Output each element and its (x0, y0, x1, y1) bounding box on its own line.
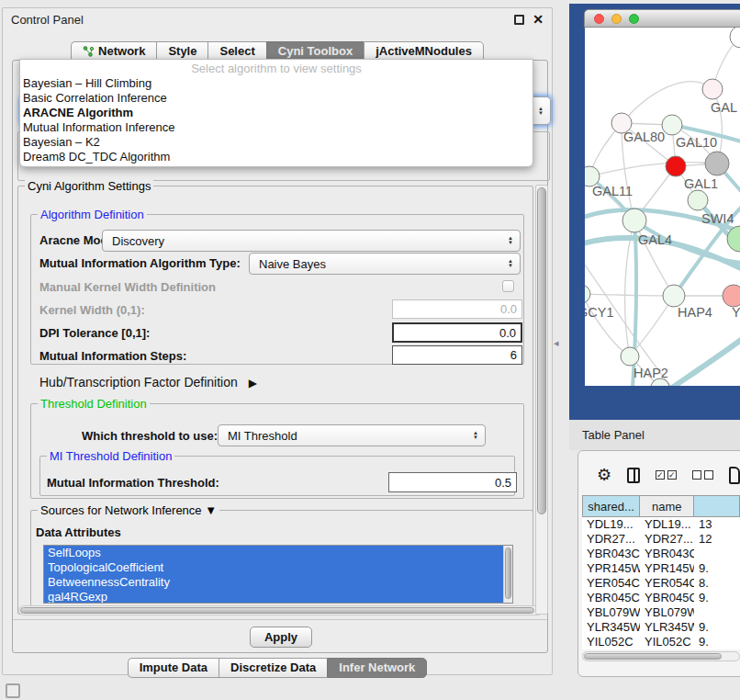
node-label-gcy1: GCY1 (585, 305, 614, 320)
float-window-icon[interactable] (514, 15, 524, 25)
table-cell[interactable]: 9. (694, 635, 740, 649)
which-threshold-combobox[interactable]: MI Threshold ▲▼ (218, 424, 486, 446)
table-cell[interactable]: YLR345W (582, 620, 640, 635)
network-node-gcy1[interactable] (585, 285, 590, 303)
network-view[interactable]: GALGAL80GAL10GAL1GAL11SWI4GAL4GCY1HAP4YH… (585, 28, 740, 386)
aracne-mode-combobox[interactable]: Discovery ▲▼ (102, 230, 521, 252)
algorithm-option-mutual-information-inference[interactable]: Mutual Information Inference (20, 120, 533, 135)
dpi-tolerance-field[interactable]: 0.0 (392, 322, 522, 343)
mi-threshold-field[interactable]: 0.5 (388, 472, 517, 492)
scrollbar-thumb[interactable] (537, 187, 546, 514)
settings-horizontal-scrollbar[interactable] (18, 605, 543, 615)
algorithm-option-aracne-algorithm[interactable]: ARACNE Algorithm (20, 106, 533, 120)
network-node-swi4[interactable] (688, 190, 708, 210)
table-row[interactable]: YBR043CYBR043C (582, 547, 740, 561)
table-cell[interactable] (694, 547, 740, 561)
hub-definition-expander[interactable]: Hub/Transcription Factor Definition ▶ (39, 375, 257, 390)
table-cell[interactable]: YDR27... (582, 532, 640, 547)
apply-button[interactable]: Apply (250, 627, 312, 648)
scrollbar-thumb[interactable] (505, 548, 511, 599)
algorithm-option-dream8-dc-tdc-algorithm[interactable]: Dream8 DC_TDC Algorithm (20, 150, 533, 164)
table-cell[interactable]: 9. (694, 591, 740, 605)
table-cell[interactable]: YBR045C (582, 591, 640, 605)
algorithm-option-bayesian-k2[interactable]: Bayesian – K2 (20, 135, 533, 150)
table-row[interactable]: YER054CYER054C8. (582, 576, 740, 591)
table-cell[interactable]: YER054C (640, 576, 694, 591)
table-cell[interactable]: YDL19... (582, 517, 640, 532)
column-header-col3[interactable] (694, 495, 740, 517)
combobox-arrows-icon: ▲▼ (508, 254, 513, 274)
column-header-name[interactable]: name (640, 495, 694, 517)
attribute-item-gal4rgexp[interactable]: gal4RGexp (44, 590, 503, 604)
panel-collapse-handle[interactable]: ◂ (554, 337, 559, 349)
network-canvas[interactable]: GALGAL80GAL10GAL1GAL11SWI4GAL4GCY1HAP4YH… (585, 28, 740, 386)
network-node-hap2[interactable] (621, 347, 639, 366)
attribute-item-selfloops[interactable]: SelfLoops (44, 546, 503, 560)
table-row[interactable]: YDR27...YDR27...12 (582, 532, 740, 547)
mac-minimize-icon[interactable] (611, 14, 622, 24)
table-cell[interactable]: 8. (694, 576, 740, 591)
sources-legend[interactable]: Sources for Network Inference ▼ (38, 503, 219, 517)
close-window-icon[interactable]: ✕ (533, 15, 544, 25)
table-cell[interactable]: YBR043C (582, 547, 640, 561)
network-node-gal[interactable] (702, 79, 723, 99)
table-cell[interactable]: YBR045C (640, 591, 694, 605)
table-cell[interactable]: YIL052C (582, 635, 640, 649)
attribute-item-betweennesscentrality[interactable]: BetweennessCentrality (44, 575, 503, 590)
manual-kernel-width-checkbox[interactable] (502, 280, 514, 292)
table-cell[interactable] (694, 605, 740, 620)
table-cell[interactable]: YBR043C (640, 547, 694, 561)
table-row[interactable]: YDL19...YDL19...13 (582, 517, 740, 532)
network-node-gal1[interactable] (666, 156, 686, 176)
split-columns-icon[interactable] (627, 468, 640, 483)
network-window-titlebar[interactable] (584, 9, 740, 28)
table-row[interactable]: YPR145WYPR145W9. (582, 561, 740, 576)
select-all-columns-icon[interactable]: ✓✓ (656, 470, 677, 480)
table-row[interactable]: YIL052CYIL052C9. (582, 635, 740, 649)
kernel-width-field[interactable]: 0.0 (392, 299, 522, 319)
tab-infer-network[interactable]: Infer Network (327, 658, 427, 678)
table-cell[interactable]: YPR145W (640, 561, 694, 576)
tab-discretize-data[interactable]: Discretize Data (219, 658, 327, 678)
network-node[interactable] (705, 152, 729, 175)
mac-zoom-icon[interactable] (629, 14, 639, 24)
table-cell[interactable]: YDL19... (640, 517, 694, 532)
algorithm-option-basic-correlation-inference[interactable]: Basic Correlation Inference (20, 91, 533, 106)
mac-close-icon[interactable] (594, 14, 604, 24)
table-cell[interactable]: 9. (694, 620, 740, 635)
mi-algorithm-type-combobox[interactable]: Naive Bayes ▲▼ (249, 253, 521, 275)
table-cell[interactable]: YPR145W (582, 561, 640, 576)
table-cell[interactable]: 9. (694, 561, 740, 576)
table-cell[interactable]: YBL079W (640, 605, 694, 620)
tab-impute-data[interactable]: Impute Data (128, 658, 219, 678)
table-cell[interactable]: 13 (694, 517, 740, 532)
settings-vertical-scrollbar[interactable] (535, 185, 548, 615)
attribute-list-scrollbar[interactable] (503, 546, 512, 603)
scrollbar-thumb[interactable] (20, 607, 534, 614)
column-header-shared[interactable]: shared... (582, 495, 640, 517)
attribute-item-topologicalcoefficient[interactable]: TopologicalCoefficient (44, 560, 503, 575)
table-cell[interactable]: YDR27... (640, 532, 694, 547)
table-cell[interactable]: 12 (694, 532, 740, 547)
network-node-gal4[interactable] (622, 209, 646, 232)
table-cell[interactable]: YBL079W (582, 605, 640, 620)
new-table-icon[interactable] (729, 467, 740, 484)
scrollbar-thumb[interactable] (584, 653, 722, 660)
table-cell[interactable]: YIL052C (640, 635, 694, 649)
table-row[interactable]: YBL079WYBL079W (582, 605, 740, 620)
table-row[interactable]: YBR045CYBR045C9. (582, 591, 740, 605)
taskbar-mini-icon[interactable] (6, 683, 20, 698)
network-node-y[interactable] (723, 285, 740, 307)
network-node-hap4[interactable] (663, 285, 685, 307)
gear-icon[interactable]: ⚙ (597, 467, 611, 483)
network-node[interactable] (730, 28, 740, 48)
table-row[interactable]: YLR345WYLR345W9. (582, 620, 740, 635)
table-horizontal-scrollbar[interactable] (582, 651, 740, 661)
table-cell[interactable]: YER054C (582, 576, 640, 591)
algorithm-option-bayesian-hill-climbing[interactable]: Bayesian – Hill Climbing (20, 76, 533, 91)
mi-steps-field[interactable]: 6 (392, 345, 522, 365)
data-attributes-list[interactable]: SelfLoopsTopologicalCoefficientBetweenne… (43, 545, 513, 604)
table-cell[interactable]: YLR345W (640, 620, 694, 635)
unselect-all-columns-icon[interactable] (692, 470, 713, 480)
network-node-gal10[interactable] (662, 115, 682, 135)
